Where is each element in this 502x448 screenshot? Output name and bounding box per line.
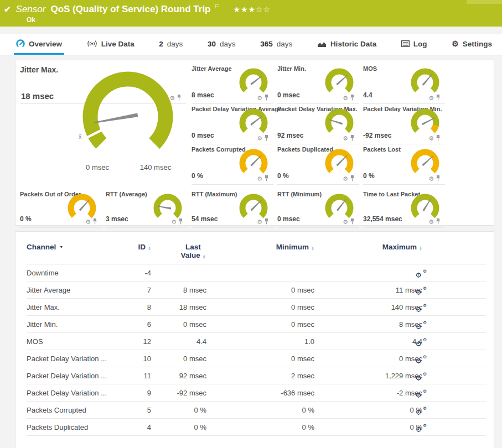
gear-icon[interactable]: ⚙ <box>169 95 175 101</box>
tab-30-days[interactable]: 30 days <box>205 34 238 55</box>
gauge-dial[interactable] <box>324 68 355 98</box>
tab-365-days[interactable]: 365 days <box>258 34 294 55</box>
gauge-dial[interactable]: x̄ <box>75 66 180 161</box>
gauge-cell: Time to Last Packet 32,554 msec⚙ <box>363 189 445 228</box>
column-header-maximum[interactable]: Maximum▲▼ <box>314 243 422 251</box>
last-value-cell: 0 msec <box>151 320 206 329</box>
channel-link[interactable]: Packet Delay Variation ... <box>27 389 107 397</box>
channel-link[interactable]: Packet Delay Variation ... <box>27 372 107 380</box>
channel-link[interactable]: Packets Duplicated <box>27 423 88 431</box>
maximum-cell: 0 % <box>314 406 422 414</box>
pin-icon[interactable] <box>264 175 269 181</box>
channel-cell: Packet Delay Variation ... <box>27 372 128 380</box>
pin-icon[interactable] <box>264 218 269 225</box>
column-header-last-value[interactable]: Last Value▲▼ <box>151 243 206 259</box>
gauge-dial[interactable] <box>238 149 269 179</box>
gauge-dial[interactable] <box>410 108 441 138</box>
pin-icon[interactable] <box>436 95 441 101</box>
pin-icon[interactable] <box>264 95 269 101</box>
pin-icon[interactable] <box>436 218 441 225</box>
channel-link[interactable]: Packets Corrupted <box>27 406 86 414</box>
gear-icon[interactable]: ⚙ <box>257 219 262 225</box>
column-header-minimum[interactable]: Minimum▲▼ <box>206 243 314 251</box>
pin-icon[interactable] <box>436 135 441 141</box>
last-value-cell: 8 msec <box>151 286 206 294</box>
pin-icon[interactable] <box>178 218 183 225</box>
gauge-dial[interactable] <box>238 68 269 98</box>
table-row: Jitter Max.818 msec0 msec140 msec⚙⚙ <box>27 299 486 316</box>
gauge-scale-min: 0 msec <box>75 163 120 171</box>
tab-2-days[interactable]: 2 days <box>157 34 185 55</box>
gear-icon[interactable]: ⚙ <box>85 219 91 225</box>
gauge-dial[interactable] <box>324 149 355 179</box>
gauge-dial[interactable] <box>410 68 441 98</box>
gear-icon[interactable]: ⚙ <box>257 176 262 181</box>
channel-link[interactable]: Downtime <box>27 269 59 277</box>
tab-label: Historic Data <box>330 40 376 48</box>
priority-stars[interactable]: ★★★☆☆ <box>233 5 271 14</box>
pin-icon[interactable] <box>177 95 182 101</box>
gear-icon[interactable]: ⚙ <box>257 95 262 101</box>
id-cell: 6 <box>128 320 151 329</box>
gear-icon[interactable]: ⚙ <box>343 219 348 225</box>
historic-data-icon <box>317 40 327 48</box>
pin-icon[interactable] <box>350 175 355 181</box>
pin-icon[interactable] <box>92 218 97 225</box>
tab-settings[interactable]: ⚙ Settings <box>449 34 494 55</box>
gauge-dial[interactable] <box>324 108 355 138</box>
gear-icon[interactable]: ⚙ <box>343 176 348 181</box>
channel-link[interactable]: Jitter Max. <box>27 303 60 311</box>
gauge-cell: RTT (Maximum) 54 msec⚙ <box>192 189 273 228</box>
table-row: Packet Delay Variation ...1192 msec2 mse… <box>27 367 486 384</box>
gear-icon[interactable]: ⚙ <box>343 95 348 101</box>
sort-arrows-icon: ▲▼ <box>419 246 422 251</box>
minimum-cell: 0 msec <box>206 355 314 363</box>
last-value-cell: 0 % <box>151 406 206 414</box>
maximum-cell: 140 msec <box>314 303 422 311</box>
maximum-cell: 0 % <box>314 423 422 431</box>
table-row: Packet Delay Variation ...9-92 msec-636 … <box>27 384 486 402</box>
channel-cell: Packets Duplicated <box>27 423 128 431</box>
gauge-dial[interactable] <box>410 149 441 179</box>
column-header-channel[interactable]: Channel▼ <box>27 243 128 251</box>
column-header-id[interactable]: ID▲▼ <box>128 243 151 251</box>
gauge-dial[interactable] <box>238 108 269 138</box>
gear-icon[interactable]: ⚙ <box>343 136 348 141</box>
channel-link[interactable]: MOS <box>27 337 43 346</box>
gear-icon[interactable]: ⚙ <box>428 95 434 101</box>
tab-live-data[interactable]: Live Data <box>85 34 137 55</box>
gauge-value: 18 msec <box>21 91 54 101</box>
id-cell: 10 <box>128 355 151 363</box>
gear-icon[interactable]: ⚙ <box>428 219 434 225</box>
gear-icon[interactable]: ⚙ <box>171 219 177 225</box>
pin-icon[interactable] <box>350 95 355 101</box>
tab-log[interactable]: Log <box>399 34 429 55</box>
tab-overview[interactable]: Overview <box>14 34 64 55</box>
gauge-value: -92 msec <box>363 132 391 139</box>
sort-caret-icon: ▼ <box>59 245 63 249</box>
minimum-cell: 1.0 <box>206 337 314 346</box>
gauge-scale-max: 140 msec <box>131 163 180 171</box>
pin-icon[interactable] <box>436 175 441 181</box>
channel-link[interactable]: Jitter Average <box>27 286 70 294</box>
table-row: Jitter Average78 msec0 msec11 msec⚙⚙ <box>27 282 486 299</box>
channel-cell: Jitter Max. <box>27 303 128 311</box>
gear-icon[interactable]: ⚙ <box>257 136 262 141</box>
id-cell: 5 <box>128 406 151 414</box>
pin-icon[interactable] <box>350 218 355 225</box>
gauge-value: 0 msec <box>192 132 214 139</box>
priority-flag-icon[interactable]: ⚐ <box>214 3 220 10</box>
channel-link[interactable]: Jitter Min. <box>27 320 58 329</box>
gauge-value: 92 msec <box>277 132 303 139</box>
channel-link[interactable]: Packet Delay Variation ... <box>27 355 107 363</box>
small-gauges-grid: Jitter Average 8 msec⚙Jitter Min. 0 msec… <box>192 64 445 185</box>
pin-icon[interactable] <box>350 135 355 141</box>
last-value-cell: 92 msec <box>151 372 206 380</box>
gear-icon[interactable]: ⚙ <box>428 136 434 141</box>
gear-icon[interactable]: ⚙ <box>428 176 434 181</box>
minimum-cell: 0 % <box>206 406 314 414</box>
tab-historic-data[interactable]: Historic Data <box>315 34 379 55</box>
channel-cell: Jitter Min. <box>27 320 128 329</box>
minimum-cell: 0 msec <box>206 303 314 311</box>
pin-icon[interactable] <box>264 135 269 141</box>
